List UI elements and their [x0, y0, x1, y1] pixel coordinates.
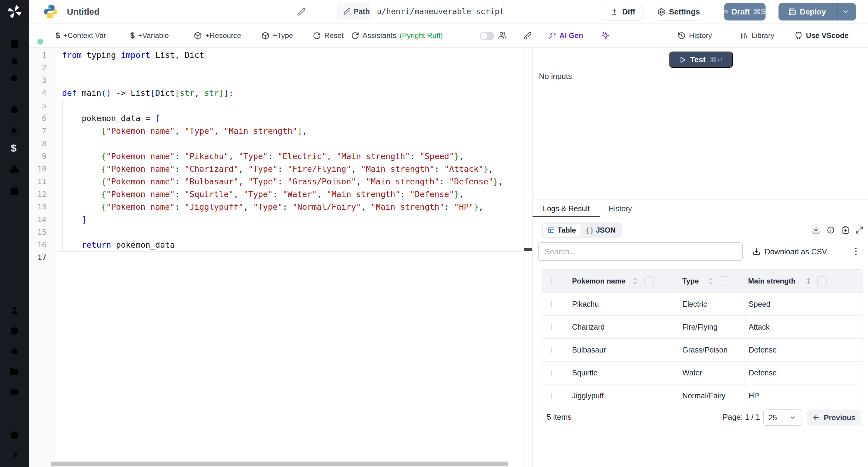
download-icon: [752, 248, 761, 255]
code-line[interactable]: {"Pokemon name": "Pikachu", "Type": "Ele…: [62, 150, 464, 163]
previous-page-button[interactable]: Previous: [807, 409, 861, 426]
page-size-select[interactable]: 25: [763, 409, 801, 426]
code-line[interactable]: {"Pokemon name": "Charizard", "Type": "F…: [62, 163, 493, 175]
settings-gear-icon[interactable]: [9, 326, 20, 336]
format-brush-icon[interactable]: [523, 31, 532, 40]
copy-clipboard-icon[interactable]: [841, 226, 849, 234]
workspace-building-icon[interactable]: [9, 38, 20, 49]
column-divider: [744, 316, 744, 338]
deploy-dropdown-button[interactable]: [837, 3, 854, 21]
result-table-header: Pokemon name Type Main strength: [542, 270, 863, 292]
library-button[interactable]: Library: [740, 24, 774, 48]
search-icon[interactable]: [9, 73, 20, 84]
windmill-logo-icon[interactable]: [6, 3, 23, 20]
row-checkbox[interactable]: [551, 370, 552, 376]
edit-title-pencil-icon[interactable]: [297, 7, 306, 16]
code-editor[interactable]: 1234567891011121314151617 from typing im…: [29, 48, 532, 467]
deploy-button[interactable]: Deploy: [781, 3, 834, 21]
sparkles-icon[interactable]: [601, 31, 610, 40]
search-input[interactable]: [538, 242, 743, 261]
row-checkbox[interactable]: [551, 301, 552, 307]
table-row[interactable]: CharizardFire/FlyingAttack: [542, 315, 863, 338]
help-icon[interactable]: [9, 430, 20, 440]
table-menu-kebab-icon[interactable]: [849, 245, 862, 258]
code-line[interactable]: from typing import List, Dict: [62, 49, 204, 61]
no-inputs-text: No inputs: [539, 72, 572, 81]
info-icon[interactable]: [827, 226, 835, 234]
tab-history[interactable]: History: [609, 200, 632, 217]
diff-button[interactable]: Diff: [603, 3, 643, 21]
table-row[interactable]: PikachuElectricSpeed: [542, 292, 863, 315]
code-line[interactable]: ["Pokemon name", "Type", "Main strength"…: [62, 125, 307, 137]
add-resource-button[interactable]: +Resource: [194, 24, 241, 48]
path-field[interactable]: Path u/henri/maneuverable_script: [338, 3, 504, 20]
collab-toggle[interactable]: [480, 32, 494, 40]
add-variable-button[interactable]: $ +Variable: [130, 24, 169, 48]
line-number: 6: [29, 112, 46, 125]
variables-dollar-icon[interactable]: $: [11, 142, 17, 154]
view-toggle-json[interactable]: { } JSON: [581, 223, 621, 237]
add-context-var-button[interactable]: $ +Context Var: [56, 24, 106, 48]
row-checkbox[interactable]: [551, 393, 552, 399]
runs-play-icon[interactable]: [9, 125, 20, 135]
row-checkbox[interactable]: [551, 324, 552, 330]
sort-icon[interactable]: [707, 277, 715, 285]
column-filter-button[interactable]: [720, 276, 730, 286]
page-indicator: Page: 1 / 1: [723, 413, 760, 422]
schedules-calendar-icon[interactable]: [9, 186, 20, 196]
path-value[interactable]: u/henri/maneuverable_script: [370, 3, 504, 20]
table-row[interactable]: SquirtleWaterDefense: [542, 361, 863, 384]
column-filter-button[interactable]: [644, 276, 654, 286]
download-csv-button[interactable]: Download as CSV: [752, 242, 827, 261]
row-checkbox[interactable]: [551, 347, 552, 353]
line-number: 7: [29, 125, 46, 137]
home-icon[interactable]: [9, 104, 20, 115]
audit-eye-icon[interactable]: [9, 387, 20, 397]
code-line[interactable]: return pokemon_data: [62, 239, 175, 251]
column-divider: [679, 316, 679, 338]
code-line[interactable]: def main() -> List[Dict[str, str]]:: [62, 87, 234, 99]
ai-gen-button[interactable]: AI Gen: [548, 24, 583, 48]
save-draft-button[interactable]: Draft ⌘S: [724, 3, 766, 21]
download-result-icon[interactable]: [812, 226, 820, 234]
column-divider: [569, 316, 569, 338]
expand-result-icon[interactable]: [855, 226, 864, 234]
column-filter-button[interactable]: [817, 276, 827, 286]
tab-logs-and-result[interactable]: Logs & Result: [543, 200, 590, 217]
expand-rail-arrow-icon[interactable]: [9, 450, 20, 460]
settings-button[interactable]: Settings: [657, 3, 701, 21]
multiplayer-users-icon[interactable]: [498, 31, 507, 40]
column-header-main-strength[interactable]: Main strength: [748, 277, 795, 285]
code-line[interactable]: {"Pokemon name": "Jigglypuff", "Type": "…: [62, 201, 484, 213]
history-button[interactable]: History: [678, 24, 712, 48]
folders-icon[interactable]: [9, 366, 20, 377]
table-row[interactable]: JigglypuffNormal/FairyHP: [542, 384, 863, 407]
code-line[interactable]: {"Pokemon name": "Squirtle", "Type": "Wa…: [62, 188, 464, 201]
table-row[interactable]: BulbasaurGrass/PoisonDefense: [542, 338, 863, 361]
reset-button[interactable]: Reset: [313, 24, 344, 48]
workers-robot-icon[interactable]: [9, 346, 20, 356]
favorites-star-icon[interactable]: [9, 56, 20, 66]
overview-ruler[interactable]: [524, 48, 532, 467]
add-variable-label: +Variable: [138, 31, 169, 40]
test-button[interactable]: Test ⌘↵: [669, 52, 733, 68]
add-type-button[interactable]: +Type: [261, 24, 293, 48]
table-cell: Water: [682, 369, 702, 377]
code-line[interactable]: ]: [62, 213, 87, 226]
column-divider: [569, 384, 569, 407]
horizontal-scrollbar[interactable]: [51, 462, 508, 466]
column-header-pokemon-name[interactable]: Pokemon name: [572, 277, 625, 285]
code-line[interactable]: pokemon_data = [: [62, 112, 160, 125]
select-all-checkbox[interactable]: [551, 278, 552, 284]
current-line-highlight: [56, 251, 524, 264]
column-header-type[interactable]: Type: [682, 277, 699, 285]
use-vscode-button[interactable]: Use VScode: [795, 24, 849, 48]
sort-icon[interactable]: [804, 277, 812, 285]
view-toggle-table[interactable]: Table: [543, 223, 581, 237]
sort-icon[interactable]: [631, 277, 639, 285]
users-icon[interactable]: [9, 305, 20, 315]
previous-label: Previous: [824, 413, 856, 422]
code-line[interactable]: {"Pokemon name": "Bulbasaur", "Type": "G…: [62, 175, 503, 188]
resources-boxes-icon[interactable]: [9, 164, 20, 175]
assistants-button[interactable]: Assistants (Pyright Ruff): [351, 24, 443, 48]
